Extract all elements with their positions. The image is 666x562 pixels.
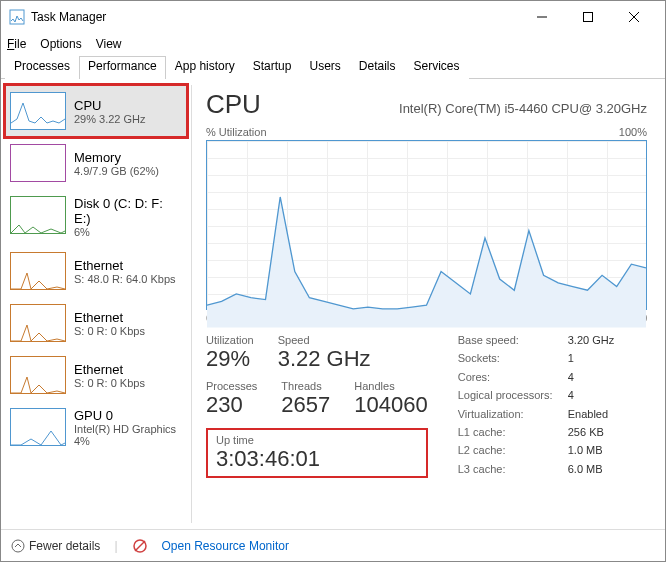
chart-ylabel: % Utilization (206, 126, 267, 138)
kv-value: 1 (568, 352, 638, 367)
kv-value: Enabled (568, 408, 638, 423)
sidebar-item-title: Disk 0 (C: D: F: E:) (74, 196, 182, 226)
sidebar-item-sub: S: 0 R: 0 Kbps (74, 325, 145, 337)
kv-value: 6.0 MB (568, 463, 638, 478)
sidebar-item-title: Memory (74, 150, 159, 165)
minimize-button[interactable] (519, 1, 565, 33)
kv-key: Cores: (458, 371, 568, 386)
bottom-bar: Fewer details | Open Resource Monitor (1, 529, 665, 561)
value-threads: 2657 (281, 392, 330, 418)
tab-processes[interactable]: Processes (5, 56, 79, 79)
kv-value: 1.0 MB (568, 444, 638, 459)
sidebar-item-title: Ethernet (74, 258, 176, 273)
sidebar-item-sub: 4.9/7.9 GB (62%) (74, 165, 159, 177)
label-threads: Threads (281, 380, 330, 392)
fewer-details-button[interactable]: Fewer details (11, 539, 100, 553)
cpu-chart (206, 140, 647, 310)
value-speed: 3.22 GHz (278, 346, 371, 372)
sidebar-item-title: Ethernet (74, 362, 145, 377)
sidebar-item-mem-1[interactable]: Memory 4.9/7.9 GB (62%) (5, 137, 187, 189)
spark-mem-icon (10, 144, 66, 182)
menubar: File Options View (1, 33, 665, 55)
label-speed: Speed (278, 334, 371, 346)
kv-value: 256 KB (568, 426, 638, 441)
kv-key: Virtualization: (458, 408, 568, 423)
close-button[interactable] (611, 1, 657, 33)
sidebar-item-eth-5[interactable]: Ethernet S: 0 R: 0 Kbps (5, 349, 187, 401)
kv-key: L2 cache: (458, 444, 568, 459)
window-controls (519, 1, 657, 33)
tab-details[interactable]: Details (350, 56, 405, 79)
kv-key: L1 cache: (458, 426, 568, 441)
spark-eth-icon (10, 252, 66, 290)
window-title: Task Manager (31, 10, 106, 24)
label-uptime: Up time (216, 434, 418, 446)
sidebar-item-gpu-6[interactable]: GPU 0 Intel(R) HD Graphics 4% (5, 401, 187, 454)
menu-options[interactable]: Options (40, 37, 81, 51)
kv-key: L3 cache: (458, 463, 568, 478)
page-title: CPU (206, 89, 261, 120)
spark-cpu-icon (10, 92, 66, 130)
fewer-details-label: Fewer details (29, 539, 100, 553)
sidebar: CPU 29% 3.22 GHz Memory 4.9/7.9 GB (62%)… (1, 79, 191, 529)
tab-app-history[interactable]: App history (166, 56, 244, 79)
chevron-up-circle-icon (11, 539, 25, 553)
menu-file[interactable]: File (7, 37, 26, 51)
sidebar-item-sub: S: 48.0 R: 64.0 Kbps (74, 273, 176, 285)
sidebar-item-eth-4[interactable]: Ethernet S: 0 R: 0 Kbps (5, 297, 187, 349)
kv-value: 3.20 GHz (568, 334, 638, 349)
tab-performance[interactable]: Performance (79, 56, 166, 79)
value-utilization: 29% (206, 346, 254, 372)
label-handles: Handles (354, 380, 427, 392)
menu-view[interactable]: View (96, 37, 122, 51)
value-processes: 230 (206, 392, 257, 418)
label-processes: Processes (206, 380, 257, 392)
chart-ymax: 100% (619, 126, 647, 138)
tab-services[interactable]: Services (405, 56, 469, 79)
sidebar-item-title: Ethernet (74, 310, 145, 325)
sidebar-item-title: GPU 0 (74, 408, 182, 423)
stats: Utilization 29% Speed 3.22 GHz Processes… (206, 334, 647, 478)
tab-startup[interactable]: Startup (244, 56, 301, 79)
value-uptime: 3:03:46:01 (216, 446, 418, 472)
sidebar-item-sub: 6% (74, 226, 182, 238)
kv-value: 4 (568, 371, 638, 386)
svg-line-8 (135, 541, 145, 551)
sidebar-item-sub: 29% 3.22 GHz (74, 113, 146, 125)
sidebar-item-cpu-0[interactable]: CPU 29% 3.22 GHz (5, 85, 187, 137)
titlebar: Task Manager (1, 1, 665, 33)
app-icon (9, 9, 25, 25)
sidebar-item-disk-2[interactable]: Disk 0 (C: D: F: E:) 6% (5, 189, 187, 245)
spark-eth-icon (10, 356, 66, 394)
sidebar-item-eth-3[interactable]: Ethernet S: 48.0 R: 64.0 Kbps (5, 245, 187, 297)
kv-key: Base speed: (458, 334, 568, 349)
open-resource-monitor-link[interactable]: Open Resource Monitor (162, 539, 289, 553)
label-utilization: Utilization (206, 334, 254, 346)
sidebar-item-sub: Intel(R) HD Graphics 4% (74, 423, 182, 447)
kv-grid: Base speed:3.20 GHzSockets:1Cores:4Logic… (458, 334, 638, 478)
kv-key: Logical processors: (458, 389, 568, 404)
tabs: Processes Performance App history Startu… (1, 55, 665, 79)
sidebar-item-title: CPU (74, 98, 146, 113)
kv-key: Sockets: (458, 352, 568, 367)
sidebar-item-sub: S: 0 R: 0 Kbps (74, 377, 145, 389)
spark-disk-icon (10, 196, 66, 234)
svg-rect-2 (584, 13, 593, 22)
svg-point-6 (12, 540, 24, 552)
content: CPU 29% 3.22 GHz Memory 4.9/7.9 GB (62%)… (1, 79, 665, 529)
main-panel: CPU Intel(R) Core(TM) i5-4460 CPU@ 3.20G… (192, 79, 665, 529)
cpu-name: Intel(R) Core(TM) i5-4460 CPU@ 3.20GHz (399, 101, 647, 116)
value-handles: 104060 (354, 392, 427, 418)
spark-eth-icon (10, 304, 66, 342)
kv-value: 4 (568, 389, 638, 404)
spark-gpu-icon (10, 408, 66, 446)
resource-monitor-icon (132, 538, 148, 554)
uptime-box: Up time 3:03:46:01 (206, 428, 428, 478)
svg-marker-5 (207, 197, 646, 328)
tab-users[interactable]: Users (300, 56, 349, 79)
maximize-button[interactable] (565, 1, 611, 33)
